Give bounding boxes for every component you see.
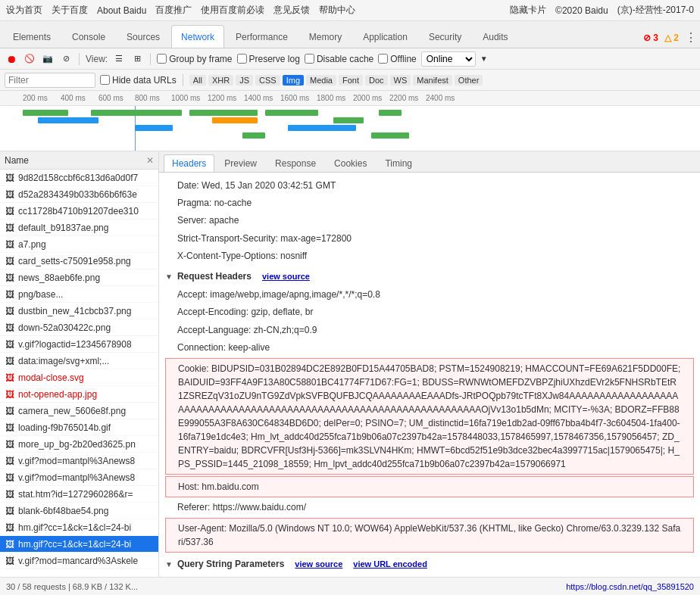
throttle-dropdown-icon[interactable]: ▼ <box>480 55 488 63</box>
view-source-link[interactable]: view source <box>262 270 310 284</box>
offline-checkbox[interactable]: Offline <box>378 54 416 64</box>
file-item[interactable]: 🖼news_88aeb6fe.png <box>0 269 158 286</box>
header-row-pragma: Pragma: no-cache <box>165 195 694 212</box>
cookie-value: BIDUPSID=031B02894DC2E892B0FD15A44705BAD… <box>178 363 680 469</box>
file-icon: 🖼 <box>5 189 15 200</box>
hide-data-urls-checkbox[interactable]: Hide data URLs <box>100 75 177 86</box>
request-headers-title: Request Headers <box>177 269 252 284</box>
header-accept-encoding-value: Accept-Encoding: gzip, deflate, br <box>177 305 313 319</box>
file-item[interactable]: 🖼d52a2834349b033b66b6f63e <box>0 186 158 203</box>
header-row-connection: Connection: keep-alive <box>165 339 694 357</box>
filter-input[interactable] <box>5 73 95 88</box>
file-item-not-opened[interactable]: 🖼not-opened-app.jpg <box>0 386 158 403</box>
file-item[interactable]: 🖼9d82d158ccbf6c813d6a0d0f7 <box>0 170 158 186</box>
top-bar-promo[interactable]: 百度推广 <box>155 4 192 17</box>
tab-performance[interactable]: Performance <box>226 25 298 48</box>
waterfall-bar-7 <box>265 110 318 116</box>
file-item-active[interactable]: 🖼hm.gif?cc=1&ck=1&cl=24-bi <box>0 536 158 553</box>
filter-doc[interactable]: Doc <box>365 75 388 86</box>
tab-console[interactable]: Console <box>62 25 115 48</box>
disable-cache-checkbox[interactable]: Disable cache <box>305 54 373 64</box>
tab-audits[interactable]: Audits <box>473 25 517 48</box>
file-item[interactable]: 🖼loading-f9b765014b.gif <box>0 419 158 436</box>
hide-data-urls-label: Hide data URLs <box>112 75 177 86</box>
file-item[interactable]: 🖼data:image/svg+xml;... <box>0 353 158 369</box>
file-item[interactable]: 🖼hm.gif?cc=1&ck=1&cl=24-bi <box>0 519 158 536</box>
waterfall-bar-1 <box>23 110 68 116</box>
header-row-referer: Referer: https://www.baidu.com/ <box>165 499 694 516</box>
filter-img[interactable]: Img <box>283 75 304 86</box>
camera-button[interactable]: 📷 <box>41 52 55 66</box>
top-bar-feedback[interactable]: 意见反馈 <box>273 4 310 17</box>
file-item[interactable]: 🖼more_up_bg-2b20ed3625.pn <box>0 436 158 453</box>
tick-1400: 1400 ms <box>244 94 273 102</box>
status-left: 30 / 58 requests | 68.9 KB / 132 K... <box>6 582 138 591</box>
detail-tab-cookies[interactable]: Cookies <box>326 154 375 172</box>
top-bar-about[interactable]: 关于百度 <box>52 4 88 17</box>
filter-all[interactable]: All <box>189 75 206 86</box>
detail-tab-headers[interactable]: Headers <box>164 154 214 172</box>
file-item[interactable]: 🖼down-52a030422c.png <box>0 319 158 336</box>
list-view-icon[interactable]: ☰ <box>112 52 126 66</box>
file-item[interactable]: 🖼blank-6bf48bae54.png <box>0 503 158 519</box>
filter-media[interactable]: Media <box>306 75 336 86</box>
file-item[interactable]: 🖼dustbin_new_41cbcb37.png <box>0 303 158 319</box>
group-by-frame-checkbox[interactable]: Group by frame <box>157 54 232 64</box>
header-row-server: Server: apache <box>165 212 694 229</box>
useragent-label: User-Agent: <box>178 523 229 534</box>
query-view-url-encoded[interactable]: view URL encoded <box>353 558 427 572</box>
top-bar-hide[interactable]: 隐藏卡片 <box>510 4 546 17</box>
filter-js[interactable]: JS <box>236 75 253 86</box>
filter-icon[interactable]: ⊘ <box>59 52 73 66</box>
tick-1800: 1800 ms <box>317 94 345 102</box>
filter-other[interactable]: Other <box>455 75 483 86</box>
file-item[interactable]: 🖼v.gif?logactid=12345678908 <box>0 336 158 353</box>
top-bar-home[interactable]: 设为首页 <box>6 4 42 17</box>
file-icon: 🖼 <box>5 556 15 566</box>
top-bar-about-en[interactable]: About Baidu <box>97 5 146 16</box>
file-icon: 🖼 <box>5 322 15 333</box>
tick-2400: 2400 ms <box>426 94 455 102</box>
filter-css[interactable]: CSS <box>255 75 280 86</box>
tab-network[interactable]: Network <box>171 25 224 48</box>
tab-memory[interactable]: Memory <box>299 25 352 48</box>
throttle-select[interactable]: Online Fast 3G Slow 3G Offline <box>421 51 476 67</box>
filter-divider <box>183 74 183 86</box>
filter-ws[interactable]: WS <box>390 75 411 86</box>
file-item[interactable]: 🖼v.gif?mod=mantpl%3Anews8 <box>0 469 158 486</box>
top-bar-guide[interactable]: 使用百度前必读 <box>201 4 264 17</box>
file-item-modal-close[interactable]: 🖼modal-close.svg <box>0 369 158 386</box>
file-item[interactable]: 🖼camera_new_5606e8f.png <box>0 403 158 419</box>
file-item[interactable]: 🖼default_b91837ae.png <box>0 220 158 236</box>
tab-application[interactable]: Application <box>353 25 417 48</box>
file-item[interactable]: 🖼card_setts-c75091e958.png <box>0 253 158 269</box>
query-view-source[interactable]: view source <box>295 558 342 572</box>
file-icon: 🖼 <box>5 472 15 483</box>
tab-elements[interactable]: Elements <box>3 25 61 48</box>
file-item[interactable]: 🖼png/base... <box>0 286 158 303</box>
grid-view-icon[interactable]: ⊞ <box>130 52 144 66</box>
filter-manifest[interactable]: Manifest <box>413 75 452 86</box>
tab-security[interactable]: Security <box>419 25 471 48</box>
file-list-close[interactable]: ✕ <box>146 155 154 166</box>
more-menu-icon[interactable]: ⋮ <box>685 30 697 45</box>
detail-tab-preview[interactable]: Preview <box>216 154 265 172</box>
tab-sources[interactable]: Sources <box>117 25 170 48</box>
detail-tab-response[interactable]: Response <box>267 154 324 172</box>
file-item[interactable]: 🖼v.gif?mod=mantpl%3Anews8 <box>0 453 158 469</box>
filter-xhr[interactable]: XHR <box>208 75 233 86</box>
waterfall-bar-3 <box>91 110 182 116</box>
query-params-title: Query String Parameters <box>177 557 284 572</box>
filter-font[interactable]: Font <box>339 75 363 86</box>
preserve-log-checkbox[interactable]: Preserve log <box>237 54 300 64</box>
file-item[interactable]: 🖼v.gif?mod=mancard%3Askele <box>0 553 158 569</box>
record-button[interactable]: ⏺ <box>5 52 18 66</box>
file-item[interactable]: 🖼a7.png <box>0 236 158 253</box>
top-bar-help[interactable]: 帮助中心 <box>319 4 355 17</box>
devtools-tabs: Elements Console Sources Network Perform… <box>0 21 700 48</box>
top-bar: 设为首页 关于百度 About Baidu 百度推广 使用百度前必读 意见反馈 … <box>0 0 700 21</box>
file-item[interactable]: 🖼stat.htm?id=1272960286&r= <box>0 486 158 503</box>
detail-tab-timing[interactable]: Timing <box>377 154 420 172</box>
file-item[interactable]: 🖼cc11728b4710b91207dee310 <box>0 203 158 220</box>
clear-button[interactable]: 🚫 <box>23 52 36 66</box>
